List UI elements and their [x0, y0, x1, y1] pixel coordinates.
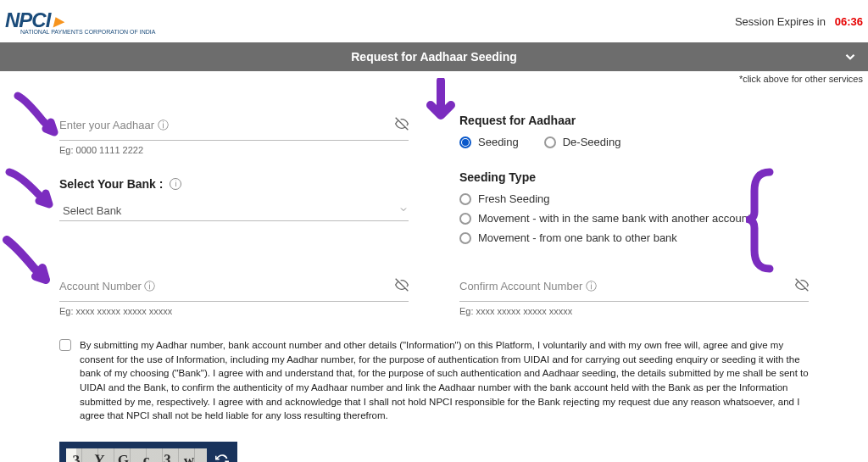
- eye-off-icon[interactable]: [395, 117, 409, 133]
- aadhaar-input[interactable]: [59, 114, 395, 136]
- consent-text: By submitting my Aadhar number, bank acc…: [80, 338, 809, 423]
- bank-field: Select Your Bank : i Select Bank: [59, 177, 409, 221]
- chevron-down-icon[interactable]: [843, 49, 858, 67]
- confirm-account-field: Eg: xxxx xxxxx xxxxx xxxxx: [459, 275, 809, 316]
- header: NPCI ▸ NATIONAL PAYMENTS CORPORATION OF …: [0, 0, 868, 42]
- captcha: 3 Y G c 3 w: [59, 442, 237, 462]
- info-icon[interactable]: i: [170, 178, 181, 190]
- confirm-account-example: Eg: xxxx xxxxx xxxxx xxxxx: [459, 306, 809, 316]
- banner-title: Request for Aadhaar Seeding: [351, 50, 517, 64]
- seeding-type-field: Seeding Type Fresh Seeding Movement - wi…: [459, 170, 809, 244]
- right-column: Request for Aadhaar Seeding De-Seeding S…: [459, 114, 809, 266]
- logo: NPCI ▸ NATIONAL PAYMENTS CORPORATION OF …: [5, 8, 155, 35]
- banner-hint: *click above for other services: [0, 71, 868, 84]
- logo-text: NPCI: [5, 8, 50, 31]
- captcha-image: 3 Y G c 3 w: [66, 448, 207, 462]
- eye-off-icon[interactable]: [395, 278, 409, 294]
- request-field: Request for Aadhaar Seeding De-Seeding: [459, 114, 809, 148]
- account-example: Eg: xxxx xxxxx xxxxx xxxxx: [59, 306, 409, 316]
- account-input[interactable]: [59, 275, 395, 298]
- consent-block: By submitting my Aadhar number, bank acc…: [0, 338, 868, 423]
- consent-checkbox[interactable]: [59, 339, 71, 351]
- refresh-icon[interactable]: [214, 452, 231, 462]
- chevron-down-icon: [398, 204, 409, 217]
- radio-seeding[interactable]: Seeding: [459, 136, 519, 148]
- aadhaar-example: Eg: 0000 1111 2222: [59, 145, 409, 155]
- seeding-type-label: Seeding Type: [459, 170, 809, 184]
- confirm-account-input[interactable]: [459, 275, 795, 298]
- session-expiry: Session Expires in 06:36: [735, 15, 863, 28]
- radio-fresh-seeding[interactable]: Fresh Seeding: [459, 192, 809, 205]
- radio-movement-same-bank[interactable]: Movement - with in the same bank with an…: [459, 212, 809, 225]
- logo-tagline: NATIONAL PAYMENTS CORPORATION OF INDIA: [20, 29, 155, 35]
- bank-select[interactable]: Select Bank: [59, 199, 409, 221]
- eye-off-icon[interactable]: [795, 278, 809, 294]
- session-time: 06:36: [835, 15, 863, 28]
- account-field: Eg: xxxx xxxxx xxxxx xxxxx: [59, 275, 409, 316]
- left-column: Eg: 0000 1111 2222 Select Your Bank : i …: [59, 114, 409, 266]
- form-area: Eg: 0000 1111 2222 Select Your Bank : i …: [0, 84, 868, 275]
- banner[interactable]: Request for Aadhaar Seeding: [0, 42, 868, 71]
- request-label: Request for Aadhaar: [459, 114, 809, 127]
- aadhaar-field: Eg: 0000 1111 2222: [59, 114, 409, 155]
- radio-deseeding[interactable]: De-Seeding: [544, 136, 621, 148]
- radio-movement-other-bank[interactable]: Movement - from one bank to other bank: [459, 231, 809, 244]
- bank-label: Select Your Bank : i: [59, 177, 409, 191]
